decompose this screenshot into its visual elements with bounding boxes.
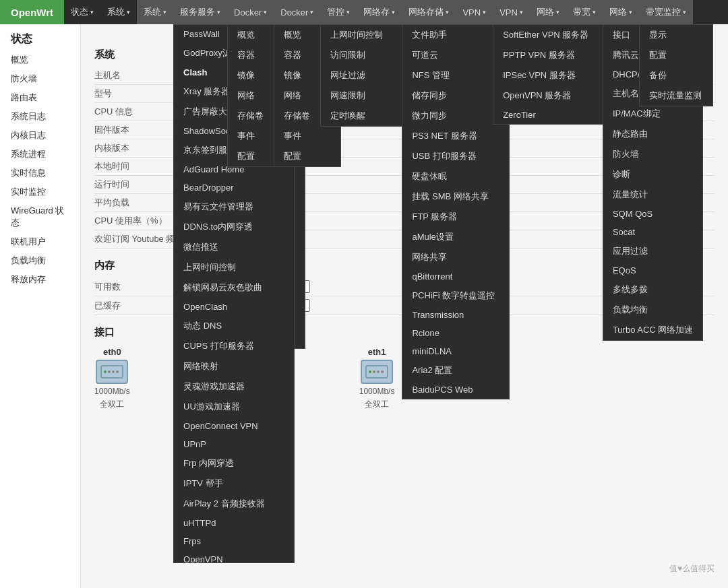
manage-item[interactable]: 网速限制 [321, 86, 407, 106]
storage-item[interactable]: 挂载 SMB 网络共享 [402, 187, 509, 207]
sidebar-title-status: 状态 [0, 24, 80, 51]
storage-item[interactable]: PCHiFi 数字转盘遥控 [402, 286, 509, 306]
sidebar-item-syslog[interactable]: 系统日志 [0, 107, 80, 126]
services-item[interactable]: UPnP [174, 435, 294, 453]
network-item[interactable]: IP/MAC绑定 [603, 104, 702, 124]
nav-network1[interactable]: 网络 ▾ [530, 0, 566, 24]
bw-item[interactable]: 配置 [640, 45, 712, 65]
sidebar-item-wireguard[interactable]: WireGuard 状态 [0, 201, 80, 232]
nav-docker2[interactable]: Docker ▾ 概览 容器 镜像 网络 存储卷 事件 配置 [274, 0, 320, 24]
chevron-down-icon: ▾ [556, 9, 559, 15]
docker2-item[interactable]: 配置 [274, 146, 340, 166]
sidebar-item-realtime[interactable]: 实时信息 [0, 164, 80, 183]
services-item[interactable]: AirPlay 2 音频接收器 [174, 494, 294, 514]
nav-services[interactable]: 服务服务 ▾ PassWall GodProxy滤广告 Clash Xray 服… [173, 0, 227, 24]
services-item[interactable]: 上网时间控制 [174, 257, 294, 277]
nav-bwmonitor[interactable]: 带宽监控 ▾ 显示 配置 备份 实时流量监测 [639, 0, 693, 24]
sidebar-item-kernellog[interactable]: 内核日志 [0, 126, 80, 145]
manage-item[interactable]: 访问限制 [321, 45, 407, 65]
network-item[interactable]: 防火墙 [603, 144, 702, 164]
storage-item[interactable]: PS3 NET 服务器 [402, 126, 509, 146]
services-item[interactable]: 易有云文件管理器 [174, 197, 294, 217]
nav-bw[interactable]: 带宽 ▾ [566, 0, 603, 24]
svg-point-7 [373, 370, 375, 373]
manage-item[interactable]: 网址过滤 [321, 65, 407, 86]
nav-docker1[interactable]: Docker ▾ 概览 容器 镜像 网络 存储卷 事件 配置 [227, 0, 274, 24]
network-item[interactable]: SQM QoS [603, 205, 702, 223]
vpn-item[interactable]: SoftEther VPN 服务器 [493, 25, 607, 45]
sidebar-item-assoc-users[interactable]: 联机用户 [0, 232, 80, 251]
nav-vpn1[interactable]: VPN ▾ [456, 0, 493, 24]
network-item[interactable]: Socat [603, 223, 702, 241]
sidebar-item-overview[interactable]: 概览 [0, 51, 80, 69]
network-item[interactable]: 诊断 [603, 164, 702, 185]
services-item[interactable]: BearDropper [174, 178, 294, 197]
vpn-item[interactable]: OpenVPN 服务器 [493, 86, 607, 106]
services-item[interactable]: CUPS 打印服务器 [174, 336, 294, 356]
network-item[interactable]: 多线多拨 [603, 280, 702, 300]
storage-item[interactable]: USB 打印服务器 [402, 146, 509, 166]
services-item[interactable]: 解锁网易云灰色歌曲 [174, 277, 294, 298]
nav-vpn2[interactable]: VPN ▾ SoftEther VPN 服务器 PPTP VPN 服务器 IPS… [493, 0, 530, 24]
sidebar-item-loadbalance[interactable]: 负载均衡 [0, 251, 80, 270]
storage-item[interactable]: Transmission [402, 306, 509, 324]
nav-netstorage[interactable]: 网络存 ▾ [357, 0, 402, 24]
services-item[interactable]: DDNS.to内网穿透 [174, 217, 294, 237]
sidebar-item-freemem[interactable]: 释放内存 [0, 270, 80, 289]
network-item[interactable]: 流量统计 [603, 185, 702, 205]
docker2-item[interactable]: 事件 [274, 126, 340, 146]
services-item[interactable]: 网络映射 [174, 356, 294, 377]
network-item[interactable]: 应用过滤 [603, 241, 702, 261]
services-item[interactable]: OpenClash [174, 298, 294, 316]
services-item[interactable]: IPTV 帮手 [174, 473, 294, 494]
services-item[interactable]: 动态 DNS [174, 316, 294, 336]
services-item[interactable]: OpenVPN [174, 550, 294, 563]
nav-manage[interactable]: 管控 ▾ 上网时间控制 访问限制 网址过滤 网速限制 定时唤醒 [320, 0, 357, 24]
sidebar-item-processes[interactable]: 系统进程 [0, 145, 80, 164]
network-item[interactable]: 负载均衡 [603, 300, 702, 320]
eth1-duplex: 全双工 [365, 399, 389, 410]
bw-item[interactable]: 备份 [640, 65, 712, 86]
watermark: 值♥么值得买 [669, 563, 715, 575]
storage-item[interactable]: 硬盘休眠 [402, 166, 509, 187]
services-item[interactable]: Frp 内网穿透 [174, 453, 294, 473]
storage-item[interactable]: Aria2 配置 [402, 360, 509, 381]
vpn-item[interactable]: PPTP VPN 服务器 [493, 45, 607, 65]
storage-item[interactable]: BaiduPCS Web [402, 381, 509, 399]
manage-item[interactable]: 定时唤醒 [321, 106, 407, 126]
svg-point-9 [381, 370, 384, 373]
network-item[interactable]: Turbo ACC 网络加速 [603, 320, 702, 340]
services-item[interactable]: 灵魂游戏加速器 [174, 377, 294, 397]
eth1-speed: 1000Mb/s [359, 387, 395, 396]
storage-item[interactable]: miniDLNA [402, 342, 509, 360]
services-item[interactable]: UU游戏加速器 [174, 397, 294, 417]
network-item[interactable]: 静态路由 [603, 124, 702, 144]
vpn-item[interactable]: IPSec VPN 服务器 [493, 65, 607, 86]
nav-filestorage[interactable]: 网络存储 ▾ 文件助手 可道云 NFS 管理 储存同步 微力同步 PS3 NET… [402, 0, 456, 24]
sidebar-item-realtime-monitor[interactable]: 实时监控 [0, 183, 80, 201]
services-item[interactable]: OpenConnect VPN [174, 417, 294, 435]
storage-item[interactable]: Rclone [402, 324, 509, 342]
chevron-down-icon: ▾ [264, 9, 267, 15]
network-item[interactable]: EQoS [603, 261, 702, 280]
storage-item[interactable]: aMule设置 [402, 227, 509, 247]
nav-system2[interactable]: 系统 ▾ 系统 Web 管理 管理权 软件包 TTYD 终端 启动项 计划任务 … [137, 0, 173, 24]
bw-item[interactable]: 实时流量监测 [640, 86, 712, 106]
svg-point-2 [108, 370, 111, 373]
storage-item[interactable]: FTP 服务器 [402, 207, 509, 227]
sidebar-item-routes[interactable]: 路由表 [0, 88, 80, 107]
nav-network2[interactable]: 网络 ▾ 接口 腾讯云DDNS DHCP/DNS 主机名 IP/MAC绑定 静态… [603, 0, 639, 24]
svg-point-8 [377, 370, 380, 373]
storage-item[interactable]: 网络共享 [402, 247, 509, 267]
services-item[interactable]: Frps [174, 532, 294, 550]
nav-system1[interactable]: 系统 ▾ [100, 0, 137, 24]
storage-item[interactable]: qBittorrent [402, 267, 509, 286]
services-item[interactable]: uHTTPd [174, 514, 294, 532]
vpn-item[interactable]: ZeroTier [493, 106, 607, 124]
manage-item[interactable]: 上网时间控制 [321, 25, 407, 45]
services-item[interactable]: 微信推送 [174, 237, 294, 257]
bw-item[interactable]: 显示 [640, 25, 712, 45]
svg-point-6 [369, 370, 371, 373]
sidebar-item-firewall[interactable]: 防火墙 [0, 69, 80, 88]
nav-status[interactable]: 状态 ▾ [64, 0, 100, 24]
